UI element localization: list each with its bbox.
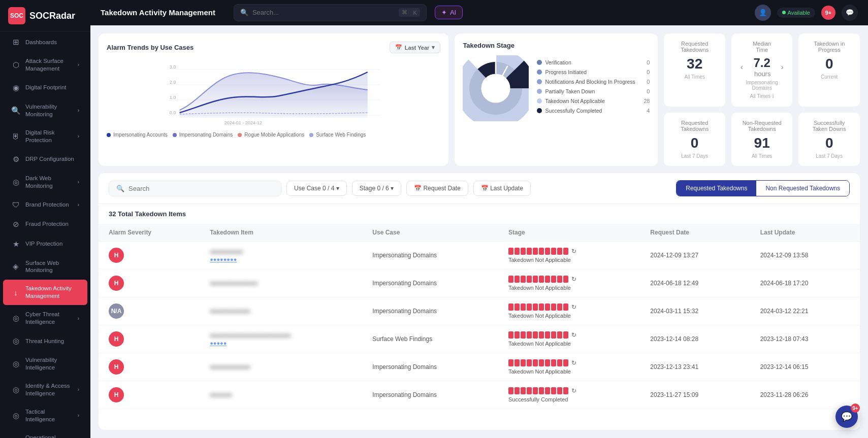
- item-main: ●●●●●●●●●●●: [210, 363, 352, 370]
- sidebar-item-attack-surface[interactable]: ⬡ Attack Surface Management ›: [3, 52, 87, 78]
- sidebar-item-vip-protection[interactable]: ★ VIP Protection: [3, 234, 87, 254]
- sidebar-label-operational-intel: Operational Intelligence: [25, 434, 73, 438]
- refresh-icon[interactable]: ↻: [571, 387, 576, 394]
- table-header-row: Alarm Severity Takedown Item Use Case St…: [99, 224, 860, 242]
- stage-label: Takedown Not Applicable: [508, 368, 630, 375]
- sidebar-item-operational-intel[interactable]: ◎ Operational Intelligence ›: [3, 429, 87, 438]
- sidebar-label-digital-footprint: Digital Footprint: [25, 84, 67, 91]
- table-search-input[interactable]: [128, 185, 274, 192]
- tab-requested[interactable]: Requested Takedowns: [677, 181, 756, 196]
- sidebar-item-tactical-intel[interactable]: ◎ Tactical Intelligence ›: [3, 403, 87, 428]
- last-update-filter[interactable]: 📅 Last Update: [473, 181, 531, 196]
- use-case-filter[interactable]: Use Case 0 / 4 ▾: [286, 181, 347, 196]
- cell-item-1: ●●●●●●●●●●●●●: [200, 269, 362, 297]
- logo-text: SOCRadar: [29, 11, 75, 21]
- ai-button[interactable]: ✦ AI: [435, 6, 463, 19]
- sidebar-item-drp-config[interactable]: ⚙ DRP Configuration: [3, 150, 87, 169]
- sidebar-icon-surface-web: ◈: [11, 262, 20, 271]
- info-icon[interactable]: ℹ: [772, 93, 774, 99]
- sidebar: SOC SOCRadar ⊞ Dashboards ⬡ Attack Surfa…: [0, 0, 90, 438]
- refresh-icon[interactable]: ↻: [571, 304, 576, 311]
- notification-badge[interactable]: 9+: [821, 6, 835, 20]
- stage-filter[interactable]: Stage 0 / 6 ▾: [352, 181, 401, 196]
- search-bar[interactable]: 🔍 ⌘ K: [234, 4, 427, 21]
- chat-icon[interactable]: 💬: [842, 5, 858, 21]
- user-avatar[interactable]: 👤: [755, 5, 771, 21]
- kpi-non-requested: Non-RequestedTakedowns 91 All Times: [731, 113, 793, 166]
- table-row[interactable]: H ●●●●●●●●●●● Impersonating Domains ↻ Ta…: [99, 353, 860, 381]
- sidebar-item-threat-hunting[interactable]: ◎ Threat Hunting: [3, 331, 87, 351]
- chat-fab[interactable]: 💬 9+: [835, 406, 858, 428]
- cell-severity-0: H: [99, 242, 200, 269]
- status-label: Available: [788, 10, 810, 16]
- table-row[interactable]: H ●●●●●●●●● ●●●●●●●● Impersonating Domai…: [99, 242, 860, 269]
- chevron-icon: ›: [78, 316, 79, 321]
- date-filter-btn[interactable]: 📅 Last Year ▾: [390, 42, 441, 53]
- pie-legend-item: Successfully Completed 4: [537, 108, 650, 114]
- sidebar-item-fraud-protection[interactable]: ⊘ Fraud Protection: [3, 215, 87, 234]
- median-next-btn[interactable]: ›: [781, 63, 784, 71]
- sidebar-item-dark-web[interactable]: ◎ Dark Web Monitoring ›: [3, 170, 87, 195]
- chevron-icon: ›: [78, 179, 79, 185]
- pie-legend-item: Verification 0: [537, 59, 650, 65]
- pie-dot: [537, 60, 542, 65]
- sidebar-label-cyber-threat: Cyber Threat Intelligence: [25, 311, 73, 326]
- table-row[interactable]: N/A ●●●●●●●●●●● Impersonating Domains ↻ …: [99, 297, 860, 325]
- refresh-icon[interactable]: ↻: [571, 331, 576, 339]
- cell-reqdate-5: 2023-11-27 15:09: [640, 381, 750, 409]
- cell-reqdate-3: 2023-12-14 08:28: [640, 325, 750, 353]
- sidebar-icon-tactical-intel: ◎: [11, 411, 20, 420]
- refresh-icon[interactable]: ↻: [571, 276, 576, 283]
- legend-item: Rogue Mobile Applications: [238, 132, 304, 138]
- cell-stage-1: ↻ Takedown Not Applicable: [498, 269, 640, 297]
- severity-badge: H: [109, 276, 124, 291]
- item-main: ●●●●●●●●●●●●●●●●●●●●●●: [210, 332, 352, 339]
- cell-reqdate-1: 2024-06-18 12:49: [640, 269, 750, 297]
- pie-container: Verification 0 Progress Initiated 0 Noti…: [463, 55, 650, 121]
- table-row[interactable]: H ●●●●●● Impersonating Domains ↻ Success…: [99, 381, 860, 409]
- sidebar-label-vulnerability-monitoring: Vulnerability Monitoring: [25, 103, 73, 118]
- item-sub[interactable]: ●●●●●: [210, 340, 352, 346]
- svg-text:3.0: 3.0: [170, 64, 176, 70]
- request-date-filter[interactable]: 📅 Request Date: [406, 181, 468, 196]
- sidebar-item-brand-protection[interactable]: 🛡 Brand Protection ›: [3, 195, 87, 214]
- sidebar-item-digital-footprint[interactable]: ◉ Digital Footprint: [3, 78, 87, 97]
- sidebar-label-dashboards: Dashboards: [25, 39, 57, 46]
- col-takedown-item: Takedown Item: [200, 224, 362, 242]
- cell-usecase-1: Impersonating Domains: [362, 269, 498, 297]
- severity-badge: H: [109, 248, 124, 263]
- cell-lastupdate-0: 2024-12-09 13:58: [750, 242, 860, 269]
- chat-fab-badge: 9+: [851, 403, 860, 413]
- page-title: Takedown Activity Management: [101, 8, 215, 17]
- refresh-icon[interactable]: ↻: [571, 248, 576, 255]
- sidebar-item-identity-access[interactable]: ◎ Identity & Access Intelligence ›: [3, 377, 87, 402]
- pie-title: Takedown Stage: [463, 42, 650, 49]
- search-input[interactable]: [252, 9, 395, 16]
- sidebar-item-vuln-intelligence[interactable]: ◎ Vulnerability Intelligence: [3, 351, 87, 377]
- pie-legend-item: Progress Initiated 0: [537, 69, 650, 75]
- table-row[interactable]: H ●●●●●●●●●●●●● Impersonating Domains ↻ …: [99, 269, 860, 297]
- legend-dot: [238, 133, 242, 137]
- item-sub[interactable]: ●●●●●●●●: [210, 256, 352, 262]
- table-row[interactable]: H ●●●●●●●●●●●●●●●●●●●●●● ●●●●● Surface W…: [99, 325, 860, 353]
- stage-label: Takedown Not Applicable: [508, 313, 630, 319]
- sidebar-item-surface-web[interactable]: ◈ Surface Web Monitoring: [3, 254, 87, 280]
- legend-dot: [107, 133, 111, 137]
- svg-text:2.0: 2.0: [170, 80, 176, 85]
- refresh-icon[interactable]: ↻: [571, 359, 576, 366]
- legend-item: Impersonating Accounts: [107, 132, 168, 138]
- sidebar-item-digital-risk[interactable]: ⛨ Digital Risk Protection ›: [3, 124, 87, 149]
- alarm-chart-svg: 3.0 2.0 1.0 0.0: [107, 59, 440, 125]
- sidebar-item-cyber-threat[interactable]: ◎ Cyber Threat Intelligence ›: [3, 306, 87, 331]
- tab-non-requested[interactable]: Non Requested Takedowns: [756, 181, 849, 196]
- sidebar-item-dashboards[interactable]: ⊞ Dashboards: [3, 32, 87, 52]
- kpi-successfully-takendown: SuccessfullyTaken Downs 0 Last 7 Days: [798, 113, 860, 166]
- sidebar-item-takedown[interactable]: ↓ Takedown Activity Management: [3, 280, 87, 305]
- sidebar-icon-fraud-protection: ⊘: [11, 220, 20, 229]
- sidebar-item-vulnerability-monitoring[interactable]: 🔍 Vulnerability Monitoring ›: [3, 98, 87, 123]
- median-prev-btn[interactable]: ‹: [741, 63, 743, 71]
- table-search[interactable]: 🔍: [109, 181, 281, 196]
- sidebar-label-vip-protection: VIP Protection: [25, 240, 62, 248]
- cell-stage-2: ↻ Takedown Not Applicable: [498, 297, 640, 325]
- total-count: 32 Total Takedown Items: [109, 210, 186, 218]
